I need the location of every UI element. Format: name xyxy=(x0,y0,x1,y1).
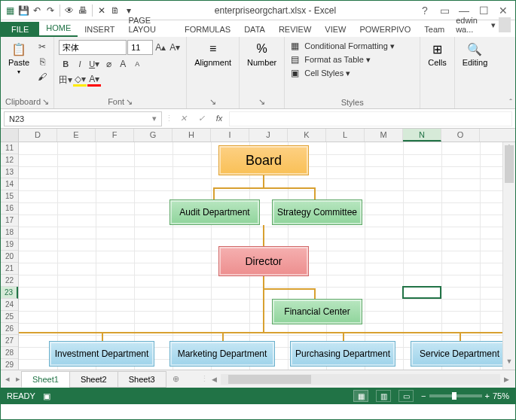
redo-icon[interactable]: ↷ xyxy=(44,5,56,17)
format-as-table-button[interactable]: ▤Format as Table ▾ xyxy=(289,53,372,65)
underline-button[interactable]: U▾ xyxy=(87,57,101,71)
sheet-tab-3[interactable]: Sheet3 xyxy=(118,371,166,388)
worksheet-grid[interactable]: DEFGHIJKLMNO 111213141516171819202122232… xyxy=(1,129,515,370)
new-sheet-button[interactable]: ⊕ xyxy=(166,371,185,387)
row-header[interactable]: 28 xyxy=(1,347,18,359)
column-header[interactable]: F xyxy=(96,129,134,142)
scroll-right-icon[interactable]: ▶ xyxy=(500,376,512,383)
orgchart-node-board[interactable]: Board xyxy=(218,145,309,175)
scroll-left-icon[interactable]: ◀ xyxy=(209,376,221,383)
row-header[interactable]: 18 xyxy=(1,227,18,239)
row-header[interactable]: 15 xyxy=(1,190,18,202)
row-header[interactable]: 24 xyxy=(1,299,18,311)
tab-insert[interactable]: INSERT xyxy=(78,22,121,37)
normal-view-button[interactable]: ▦ xyxy=(353,390,368,402)
page-break-view-button[interactable]: ▭ xyxy=(398,390,414,402)
orgchart-node-service[interactable]: Service Department xyxy=(411,341,508,367)
font-name-input[interactable] xyxy=(59,40,127,55)
row-header[interactable]: 13 xyxy=(1,166,18,178)
zoom-out-button[interactable]: − xyxy=(421,391,426,400)
row-header[interactable]: 27 xyxy=(1,335,18,347)
help-icon[interactable]: ? xyxy=(416,3,434,18)
sheet-tab-2[interactable]: Sheet2 xyxy=(69,371,118,388)
alignment-button[interactable]: ≡ Alignment xyxy=(191,40,234,68)
font-shrink-a-icon[interactable]: A xyxy=(130,57,144,71)
collapse-ribbon-icon[interactable]: ˆ xyxy=(509,98,512,107)
enter-formula-icon[interactable]: ✓ xyxy=(194,114,208,123)
font-size-input[interactable] xyxy=(127,40,153,55)
column-header[interactable]: E xyxy=(57,129,96,142)
copy-icon[interactable]: ⎘ xyxy=(35,55,49,68)
orgchart-node-finance[interactable]: Financial Center xyxy=(272,299,362,324)
preview-icon[interactable]: 👁 xyxy=(63,5,75,17)
cut-icon[interactable]: ✂ xyxy=(35,40,49,53)
name-box[interactable]: N23▾ xyxy=(4,111,162,126)
row-header[interactable]: 22 xyxy=(1,275,18,287)
column-header[interactable]: N xyxy=(403,129,441,142)
qat-more-icon[interactable]: 🗎 xyxy=(109,5,121,17)
tab-powerpivot[interactable]: POWERPIVO xyxy=(353,22,417,37)
selected-cell[interactable] xyxy=(402,286,441,299)
row-header[interactable]: 23 xyxy=(1,287,18,299)
column-header[interactable]: L xyxy=(326,129,365,142)
increase-font-icon[interactable]: A▴ xyxy=(154,41,167,54)
number-button[interactable]: % Number xyxy=(244,40,279,68)
row-header[interactable]: 16 xyxy=(1,202,18,215)
column-header[interactable]: O xyxy=(441,129,480,142)
macro-record-icon[interactable]: ▣ xyxy=(43,391,50,401)
column-header[interactable]: J xyxy=(249,129,288,142)
tab-formulas[interactable]: FORMULAS xyxy=(178,22,237,37)
dialog-launcher-icon[interactable]: ↘ xyxy=(258,97,265,107)
select-all-corner[interactable] xyxy=(1,129,19,142)
orgchart-node-strategy[interactable]: Strategy Committee xyxy=(272,199,362,225)
editing-button[interactable]: 🔍 Editing xyxy=(460,40,491,68)
tab-file[interactable]: FILE xyxy=(1,22,39,37)
print-icon[interactable]: 🖶 xyxy=(77,5,89,17)
format-painter-icon[interactable]: 🖌 xyxy=(35,70,49,84)
save-icon[interactable]: 💾 xyxy=(17,5,29,17)
decrease-font-icon[interactable]: A▾ xyxy=(168,41,182,54)
cells-area[interactable]: BoardAudit DepartmentStrategy CommitteeD… xyxy=(19,142,502,370)
sheet-tab-1[interactable]: Sheet1 xyxy=(21,371,70,388)
qat-close-icon[interactable]: ✕ xyxy=(96,5,108,17)
fx-icon[interactable]: fx xyxy=(212,114,226,123)
page-layout-view-button[interactable]: ▥ xyxy=(376,390,391,402)
row-header[interactable]: 29 xyxy=(1,359,18,370)
font-grow-a-icon[interactable]: A xyxy=(116,57,130,71)
cell-styles-button[interactable]: ▣Cell Styles ▾ xyxy=(289,67,352,79)
column-header[interactable]: I xyxy=(211,129,249,142)
conditional-formatting-button[interactable]: ▦Conditional Formatting ▾ xyxy=(289,40,396,52)
strikethrough-icon[interactable]: ⌀ xyxy=(102,57,115,71)
row-header[interactable]: 14 xyxy=(1,178,18,190)
dialog-launcher-icon[interactable]: ↘ xyxy=(209,97,216,107)
cells-button[interactable]: ⊞ Cells xyxy=(425,40,449,68)
horizontal-scrollbar[interactable]: ⋮ ◀ ▶ xyxy=(200,374,512,385)
bold-button[interactable]: B xyxy=(59,57,72,71)
zoom-level[interactable]: 75% xyxy=(493,391,509,400)
dialog-launcher-icon[interactable]: ↘ xyxy=(126,97,133,107)
paste-button[interactable]: 📋 Paste▾ xyxy=(5,40,32,77)
orgchart-node-audit[interactable]: Audit Department xyxy=(169,199,260,225)
row-header[interactable]: 12 xyxy=(1,154,18,166)
column-header[interactable]: M xyxy=(365,129,403,142)
orgchart-node-invest[interactable]: Investment Department xyxy=(49,341,154,367)
zoom-slider[interactable] xyxy=(429,394,482,397)
row-header[interactable]: 11 xyxy=(1,142,18,154)
tab-view[interactable]: VIEW xyxy=(318,22,353,37)
row-header[interactable]: 17 xyxy=(1,215,18,227)
hscroll-thumb[interactable] xyxy=(228,375,311,384)
column-header[interactable]: K xyxy=(288,129,326,142)
row-header[interactable]: 25 xyxy=(1,311,18,323)
column-header[interactable]: G xyxy=(134,129,173,142)
italic-button[interactable]: I xyxy=(73,57,87,71)
tab-review[interactable]: REVIEW xyxy=(272,22,318,37)
orgchart-node-director[interactable]: Director xyxy=(218,246,309,276)
fill-color-button[interactable]: ◇▾ xyxy=(73,73,87,87)
vertical-scrollbar[interactable]: ▲ ▼ xyxy=(502,142,515,370)
row-header[interactable]: 26 xyxy=(1,323,18,335)
tab-page-layout[interactable]: PAGE LAYOU xyxy=(121,13,178,37)
zoom-in-button[interactable]: + xyxy=(485,391,490,400)
vscroll-thumb[interactable] xyxy=(505,145,514,183)
row-header[interactable]: 20 xyxy=(1,251,18,263)
scroll-down-icon[interactable]: ▼ xyxy=(503,358,515,370)
